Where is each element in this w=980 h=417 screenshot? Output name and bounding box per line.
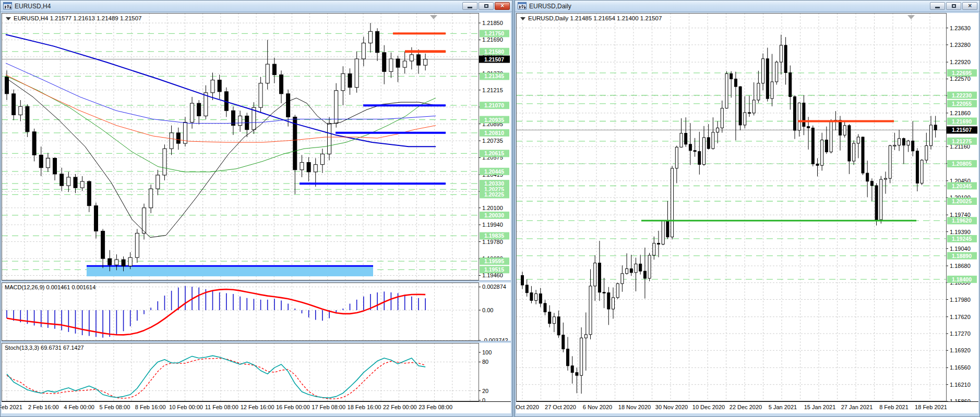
candle-body <box>707 138 710 149</box>
candle-body <box>921 160 923 183</box>
macd-axis-label: 0.002874 <box>482 284 506 290</box>
price-chart-h4[interactable]: 1.218501.216901.215301.213701.212151.210… <box>2 13 511 280</box>
candle-body <box>135 233 139 257</box>
time-label: 2 Feb 16:00 <box>28 404 59 410</box>
price-axis-label: 1.16560 <box>950 364 971 371</box>
restore-icon <box>484 4 488 8</box>
price-axis-label: 1.17980 <box>950 297 971 303</box>
chart-window-eurusd-h4[interactable]: EURUSD,H4 × 1.218501.216901.215301.21370… <box>0 0 512 417</box>
candle-body <box>603 292 605 293</box>
time-label: 23 Feb 08:00 <box>419 404 452 410</box>
candle-body <box>94 206 98 231</box>
candle-body <box>122 260 125 266</box>
candle-body <box>211 80 214 93</box>
candle-body <box>19 106 22 115</box>
candle-body <box>176 133 180 143</box>
price-axis-label: 1.16210 <box>950 382 971 388</box>
titlebar-daily[interactable]: EURUSD,Daily × <box>515 1 979 12</box>
price-pane-daily[interactable]: 1.236301.232801.229201.225701.222201.218… <box>516 13 978 401</box>
candle-body <box>46 158 50 167</box>
candle-body <box>875 186 878 219</box>
candle-body <box>630 269 632 273</box>
macd-chart[interactable]: 0.0028740.00-0.003742MACD(12,26,9) 0.001… <box>2 283 511 341</box>
candle-body <box>368 31 372 43</box>
macd-pane[interactable]: 0.0028740.00-0.003742MACD(12,26,9) 0.001… <box>2 283 511 341</box>
candle-body <box>853 143 855 161</box>
svg-text:1.21580: 1.21580 <box>484 48 504 55</box>
candle-body <box>272 64 276 75</box>
time-axis-daily[interactable]: 15 Oct 202027 Oct 20206 Nov 202018 Nov 2… <box>516 401 978 413</box>
time-label: 10 Dec 2020 <box>692 404 725 410</box>
candle-body <box>643 271 646 278</box>
price-pane-h4[interactable]: 1.218501.216901.215301.213701.212151.210… <box>2 13 511 280</box>
candle-body <box>548 312 551 324</box>
candle-body <box>671 168 674 237</box>
candle-body <box>685 133 687 144</box>
chart-body-daily: 1.236301.232801.229201.225701.222201.218… <box>515 12 979 416</box>
candle-body <box>280 75 283 93</box>
svg-text:1.21507: 1.21507 <box>952 127 972 133</box>
time-label: 6 Nov 2020 <box>583 404 612 410</box>
svg-text:1.22055: 1.22055 <box>952 101 972 107</box>
stoch-axis-label: 80 <box>482 359 488 365</box>
time-label: 10 Feb 00:00 <box>169 404 203 410</box>
restore-button[interactable] <box>479 2 494 10</box>
price-chart-daily[interactable]: 1.236301.232801.229201.225701.222201.218… <box>516 13 978 401</box>
time-axis-h4[interactable]: 1 Feb 20212 Feb 16:004 Feb 00:005 Feb 08… <box>2 401 511 413</box>
scroll-end-marker <box>430 15 437 19</box>
candle-body <box>816 164 819 166</box>
svg-text:1.18890: 1.18890 <box>952 253 972 259</box>
candle-body <box>675 147 678 168</box>
candle-body <box>26 106 29 132</box>
time-label: 8 Feb 16:00 <box>135 404 166 410</box>
candle-body <box>535 293 537 300</box>
stochastic-pane[interactable]: 10080200Stoch(13,3,3) 69.6731 67.1427 <box>2 343 511 401</box>
svg-text:1.19835: 1.19835 <box>484 232 504 239</box>
candle-body <box>703 138 706 165</box>
minimize-button[interactable] <box>930 2 945 10</box>
close-button[interactable]: × <box>495 2 510 10</box>
candle-body <box>848 126 851 161</box>
candle-body <box>12 94 16 115</box>
svg-text:1.20445: 1.20445 <box>484 168 504 175</box>
minimize-button[interactable] <box>462 2 477 10</box>
candle-body <box>32 132 36 155</box>
time-label: 8 Feb 2021 <box>879 404 909 410</box>
titlebar-h4[interactable]: EURUSD,H4 × <box>1 1 512 12</box>
candle-body <box>530 293 533 301</box>
candle-body <box>780 45 782 62</box>
candle-body <box>128 257 132 266</box>
time-label: 30 Nov 2020 <box>655 404 688 410</box>
time-label: 22 Dec 2020 <box>730 404 762 410</box>
candle-body <box>616 284 619 298</box>
candle-body <box>752 100 755 113</box>
candle-body <box>307 163 310 172</box>
close-button[interactable]: × <box>962 2 977 10</box>
macd-header: MACD(12,26,9) 0.001461 0.001614 <box>5 284 95 290</box>
candle-body <box>39 155 43 167</box>
candle-body <box>739 87 742 125</box>
svg-text:1.21275: 1.21275 <box>952 138 972 144</box>
svg-text:1.20805: 1.20805 <box>952 161 972 167</box>
time-label: 4 Feb 00:00 <box>64 404 94 410</box>
chart-window-eurusd-daily[interactable]: EURUSD,Daily × 1.236301.232801.229201.22… <box>515 0 980 417</box>
price-axis-label: 1.20100 <box>482 205 503 211</box>
candle-body <box>170 133 173 149</box>
window-title: EURUSD,H4 <box>15 3 462 10</box>
candle-body <box>183 122 187 144</box>
time-label: 15 Jan 2021 <box>804 404 836 410</box>
candle-body <box>594 263 596 286</box>
candle-body <box>912 141 914 151</box>
candle-body <box>389 59 393 71</box>
candle-body <box>571 366 573 373</box>
candle-body <box>521 275 524 285</box>
candle-body <box>898 139 901 145</box>
svg-text:1.18400: 1.18400 <box>952 276 972 283</box>
candle-body <box>725 73 728 108</box>
candle-body <box>567 349 569 366</box>
candle-body <box>348 73 352 87</box>
svg-text:1.20935: 1.20935 <box>484 117 504 123</box>
stochastic-chart[interactable]: 10080200Stoch(13,3,3) 69.6731 67.1427 <box>2 343 511 401</box>
restore-button[interactable] <box>946 2 961 10</box>
price-axis-label: 1.19390 <box>950 229 971 235</box>
